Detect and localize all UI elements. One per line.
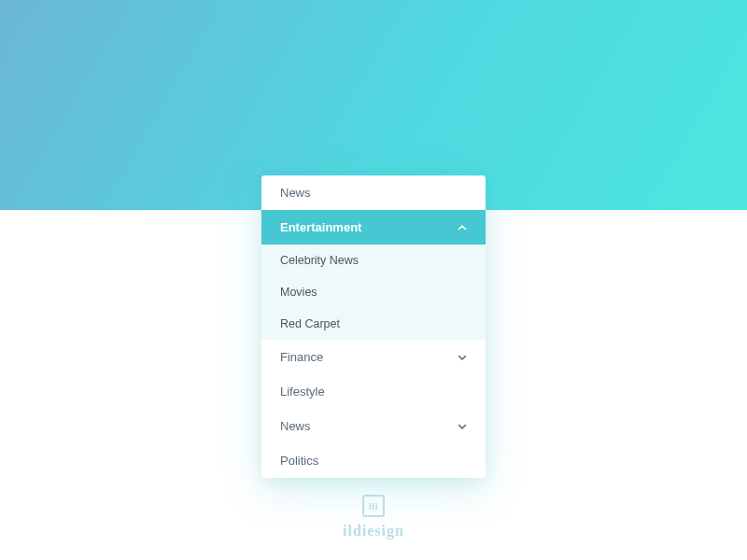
menu-item-finance[interactable]: Finance	[261, 340, 486, 374]
menu-item-politics[interactable]: Politics	[261, 443, 486, 478]
submenu-item-movies[interactable]: Movies	[261, 276, 486, 308]
menu-item-label: Movies	[280, 286, 317, 299]
menu-item-news[interactable]: News	[261, 175, 486, 210]
menu-item-label: Finance	[280, 350, 323, 364]
menu-item-label: News	[280, 186, 311, 200]
dropdown-menu: News Entertainment Celebrity News Movies…	[261, 175, 486, 478]
chevron-down-icon	[458, 353, 467, 362]
brand-footer: ili ildiesign	[0, 495, 747, 539]
brand-logo-icon: ili	[362, 495, 385, 517]
chevron-up-icon	[458, 223, 467, 232]
menu-item-label: News	[280, 419, 311, 433]
menu-item-label: Celebrity News	[280, 254, 359, 267]
menu-item-entertainment[interactable]: Entertainment	[261, 210, 486, 245]
menu-item-label: Red Carpet	[280, 317, 340, 330]
submenu-item-red-carpet[interactable]: Red Carpet	[261, 308, 486, 340]
menu-item-label: Politics	[280, 454, 318, 468]
menu-item-label: Entertainment	[280, 220, 361, 234]
brand-name: ildiesign	[343, 523, 404, 539]
submenu-item-celebrity-news[interactable]: Celebrity News	[261, 245, 486, 276]
menu-item-news-2[interactable]: News	[261, 409, 486, 443]
chevron-down-icon	[458, 422, 467, 431]
menu-item-label: Lifestyle	[280, 385, 325, 399]
brand-mark-text: ili	[369, 501, 378, 511]
menu-item-lifestyle[interactable]: Lifestyle	[261, 374, 486, 409]
